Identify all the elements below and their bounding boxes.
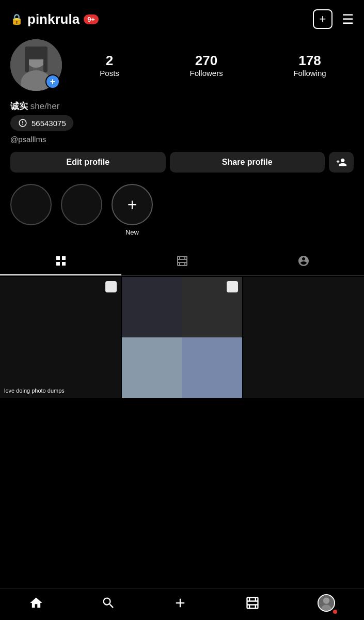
highlight-item-1 (10, 184, 52, 236)
tab-row (0, 247, 364, 276)
red-dot-indicator (333, 610, 337, 614)
new-highlight-label: New (125, 228, 139, 236)
multi-count-icon-1 (105, 281, 117, 292)
tab-tagged[interactable] (243, 247, 364, 275)
notification-badge[interactable]: 9+ (84, 14, 99, 24)
grid-icon (55, 255, 67, 267)
stats-row: 2 Posts 270 Followers 178 Following (72, 53, 354, 78)
reels-icon (176, 255, 188, 267)
bottom-nav-profile[interactable] (318, 594, 335, 612)
post-cell-3[interactable] (243, 277, 364, 398)
posts-count: 2 (106, 53, 113, 69)
post-caption-1: love doing photo dumps (4, 388, 65, 394)
highlight-circle-2[interactable] (61, 184, 102, 225)
profile-username: pinkrula (27, 11, 80, 27)
highlight-circle-1[interactable] (10, 184, 52, 225)
home-icon (29, 596, 43, 610)
bottom-nav-create[interactable] (173, 596, 187, 610)
search-icon (101, 596, 116, 610)
avatar-wrap: + (10, 39, 62, 91)
tab-reels[interactable] (121, 247, 243, 275)
bottom-nav-search[interactable] (101, 596, 116, 610)
threads-id: 56543075 (31, 119, 66, 128)
new-highlight-plus-icon: + (128, 195, 137, 214)
post-inner-1: love doing photo dumps (0, 277, 121, 398)
following-count: 178 (298, 53, 321, 69)
highlight-item-new: + New (112, 184, 153, 236)
posts-label: Posts (100, 69, 119, 78)
profile-top: + 2 Posts 270 Followers 178 Following (10, 39, 354, 91)
profile-section: + 2 Posts 270 Followers 178 Following (0, 34, 364, 91)
pronouns: she/her (30, 101, 60, 111)
followers-label: Followers (189, 69, 223, 78)
menu-icon[interactable]: ☰ (342, 11, 354, 27)
add-to-story-button[interactable]: + (45, 74, 60, 89)
post-collage-2 (122, 277, 243, 398)
display-name: 诚实 (10, 101, 28, 111)
edit-profile-button[interactable]: Edit profile (10, 152, 166, 173)
plus-icon: + (320, 12, 326, 26)
multi-count-icon-2 (227, 281, 238, 292)
following-stat[interactable]: 178 Following (293, 53, 326, 78)
tab-grid[interactable] (0, 247, 121, 275)
username-handle: @psalllms (10, 135, 354, 144)
followers-stat[interactable]: 270 Followers (189, 53, 223, 78)
collage-top-left (122, 277, 182, 337)
threads-badge[interactable]: 56543075 (10, 115, 73, 131)
bottom-nav-home[interactable] (29, 596, 43, 610)
post-cell-2[interactable] (122, 277, 243, 398)
create-icon (173, 596, 187, 610)
reels-nav-icon (245, 596, 260, 610)
bio-section: 诚实 she/her 56543075 @psalllms (0, 100, 364, 144)
add-post-button[interactable]: + (313, 9, 333, 29)
collage-bot-left (122, 337, 182, 398)
profile-nav-avatar (318, 594, 335, 612)
post-cell-1[interactable]: love doing photo dumps (0, 277, 121, 398)
threads-icon (18, 118, 28, 128)
posts-stat[interactable]: 2 Posts (100, 53, 119, 78)
bottom-nav-reels[interactable] (245, 596, 260, 610)
posts-grid: love doing photo dumps (0, 277, 364, 398)
share-profile-button[interactable]: Share profile (170, 152, 325, 173)
top-nav: 🔒 pinkrula 9+ + ☰ (0, 0, 364, 34)
highlight-item-2 (61, 184, 102, 236)
tagged-icon (297, 255, 310, 267)
bottom-nav (0, 588, 364, 620)
svg-rect-4 (25, 47, 29, 72)
bio-name: 诚实 she/her (10, 100, 354, 112)
followers-count: 270 (195, 53, 217, 69)
nav-right: + ☰ (313, 9, 354, 29)
following-label: Following (293, 69, 326, 78)
new-highlight-button[interactable]: + (112, 184, 153, 225)
highlights-row: + New (0, 184, 364, 236)
svg-point-7 (323, 597, 329, 603)
svg-rect-5 (43, 47, 48, 72)
action-buttons: Edit profile Share profile (0, 152, 364, 173)
nav-left: 🔒 pinkrula 9+ (10, 11, 99, 27)
lock-icon: 🔒 (10, 13, 23, 25)
add-friend-button[interactable] (329, 152, 354, 173)
collage-bot-right (182, 337, 242, 398)
